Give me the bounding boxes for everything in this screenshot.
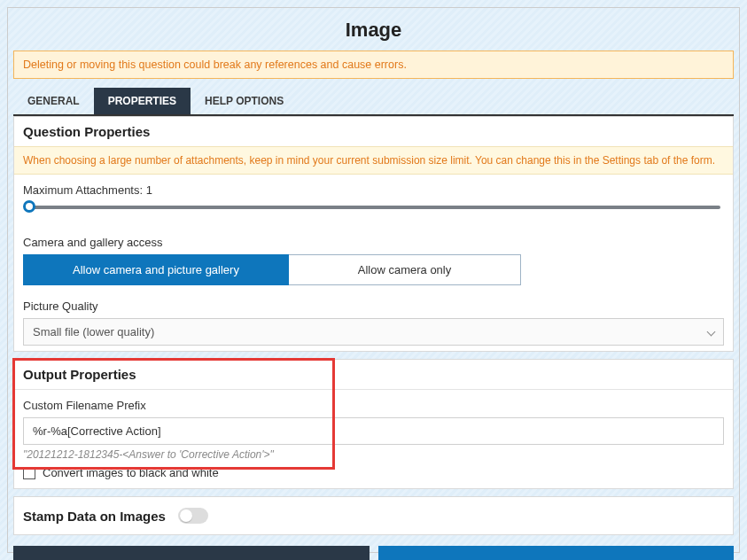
tab-properties[interactable]: PROPERTIES [94, 88, 191, 114]
convert-bw-checkbox[interactable] [23, 467, 35, 479]
max-attachments-label: Maximum Attachments: 1 [23, 183, 724, 197]
footer-buttons: CANCEL SAVE [8, 542, 739, 560]
camera-access-field: Camera and gallery access Allow camera a… [14, 227, 733, 291]
tab-help-options[interactable]: HELP OPTIONS [191, 88, 298, 114]
output-properties-panel: Output Properties Custom Filename Prefix… [13, 359, 734, 489]
toggle-knob [180, 509, 192, 522]
filename-prefix-field: Custom Filename Prefix "20121212-1812345… [14, 390, 733, 466]
save-button[interactable]: SAVE [378, 546, 735, 560]
camera-access-label: Camera and gallery access [23, 236, 724, 249]
camera-allow-only-button[interactable]: Allow camera only [289, 254, 521, 285]
camera-allow-both-button[interactable]: Allow camera and picture gallery [23, 254, 289, 285]
convert-bw-label: Convert images to black and white [43, 466, 219, 479]
filename-prefix-label: Custom Filename Prefix [23, 399, 724, 412]
max-attachments-field: Maximum Attachments: 1 [14, 175, 733, 227]
attachment-info-strip: When choosing a large number of attachme… [14, 146, 733, 175]
tab-bar: GENERAL PROPERTIES HELP OPTIONS [13, 88, 734, 116]
convert-bw-row[interactable]: Convert images to black and white [14, 466, 733, 488]
question-properties-heading: Question Properties [14, 117, 733, 146]
question-properties-panel: Question Properties When choosing a larg… [13, 116, 734, 352]
camera-access-segment: Allow camera and picture gallery Allow c… [23, 254, 724, 285]
chevron-down-icon [707, 328, 716, 337]
picture-quality-value: Small file (lower quality) [33, 325, 154, 338]
delete-warning-banner: Deleting or moving this question could b… [13, 51, 734, 79]
page-title: Image [8, 8, 739, 51]
stamp-label: Stamp Data on Images [23, 509, 166, 524]
filename-prefix-input[interactable] [23, 417, 724, 445]
page-container: Image Deleting or moving this question c… [7, 7, 740, 553]
slider-thumb[interactable] [23, 200, 35, 213]
max-attachments-slider[interactable] [27, 206, 720, 209]
filename-prefix-hint: "20121212-1812345-<Answer to 'Corrective… [23, 448, 724, 461]
cancel-button[interactable]: CANCEL [13, 546, 370, 560]
output-properties-heading: Output Properties [14, 360, 733, 389]
stamp-toggle[interactable] [178, 508, 208, 524]
picture-quality-field: Picture Quality Small file (lower qualit… [14, 291, 733, 351]
stamp-toggle-row: Stamp Data on Images [14, 497, 733, 534]
tab-general[interactable]: GENERAL [13, 88, 94, 114]
stamp-panel: Stamp Data on Images [13, 496, 734, 535]
picture-quality-label: Picture Quality [23, 299, 724, 313]
picture-quality-select[interactable]: Small file (lower quality) [23, 318, 724, 346]
